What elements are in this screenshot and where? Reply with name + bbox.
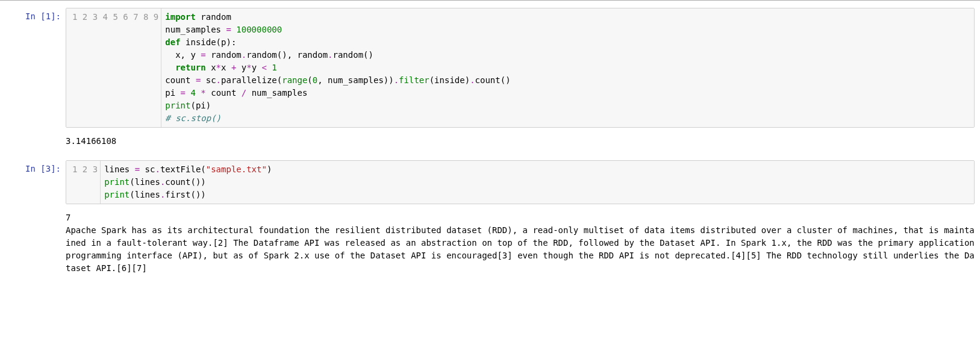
code-token: . — [394, 75, 399, 85]
code-input-area[interactable]: 1 2 3 4 5 6 7 8 9import random num_sampl… — [66, 8, 975, 128]
code-token — [165, 63, 175, 72]
code-token: random — [196, 12, 231, 22]
code-token: * — [246, 63, 251, 72]
code-token: count — [165, 75, 196, 85]
code-token: / — [242, 88, 246, 98]
code-token: lines — [104, 164, 135, 174]
code-cell: In [3]:1 2 3lines = sc.textFile("sample.… — [2, 157, 978, 207]
code-token: textFile( — [160, 164, 206, 174]
code-token: y — [252, 63, 262, 72]
line-number-gutter: 1 2 3 4 5 6 7 8 9 — [66, 8, 161, 127]
code-cell: In [1]:1 2 3 4 5 6 7 8 9import random nu… — [2, 5, 978, 131]
code-editor[interactable]: lines = sc.textFile("sample.txt") print(… — [101, 161, 974, 204]
code-token: def — [165, 37, 180, 47]
code-token: x — [221, 63, 231, 72]
output-text: 7 Apache Spark has as its architectural … — [66, 210, 975, 276]
output-text: 3.14166108 — [66, 134, 975, 149]
code-token: * — [216, 63, 221, 72]
code-token: sc — [201, 75, 216, 85]
code-token: . — [155, 164, 160, 174]
code-token: . — [242, 50, 246, 60]
code-token: x, y — [165, 50, 201, 60]
code-token: first()) — [165, 190, 205, 199]
code-token: < — [261, 63, 266, 72]
output-cell: 7 Apache Spark has as its architectural … — [2, 209, 978, 277]
line-number-gutter: 1 2 3 — [66, 161, 101, 204]
code-token: y — [236, 63, 246, 72]
code-token: = — [226, 25, 231, 34]
code-token: random(), random — [246, 50, 328, 60]
code-token: . — [216, 75, 221, 85]
code-token: num_samples — [165, 25, 226, 34]
code-token: print — [104, 177, 130, 187]
code-token: (lines — [130, 177, 160, 187]
notebook-container: In [1]:1 2 3 4 5 6 7 8 9import random nu… — [2, 5, 978, 277]
code-token: . — [470, 75, 475, 85]
code-token: range — [282, 75, 307, 85]
code-token: x — [206, 63, 216, 72]
code-token: , num_samples)) — [317, 75, 393, 85]
code-token: random() — [333, 50, 373, 60]
code-token: count() — [475, 75, 511, 85]
code-token: print — [104, 190, 130, 199]
code-token: 4 — [190, 88, 195, 98]
code-token: print — [165, 101, 190, 110]
code-token: import — [165, 12, 196, 22]
code-token: sc — [140, 164, 155, 174]
code-token: parallelize( — [221, 75, 282, 85]
code-token: = — [135, 164, 140, 174]
code-token: # sc.stop() — [165, 113, 221, 123]
output-prompt-spacer — [2, 210, 66, 276]
code-token: filter — [399, 75, 429, 85]
code-token: 1 — [272, 63, 276, 72]
code-token: . — [328, 50, 332, 60]
code-token: 0 — [313, 75, 317, 85]
code-token: count — [206, 88, 242, 98]
code-token: = — [181, 88, 186, 98]
code-token: return — [175, 63, 206, 72]
input-prompt: In [3]: — [2, 160, 66, 204]
code-token: pi — [165, 88, 180, 98]
code-token: (inside) — [429, 75, 470, 85]
code-token: 100000000 — [236, 25, 282, 34]
code-token: * — [201, 88, 205, 98]
code-editor[interactable]: import random num_samples = 100000000 de… — [161, 8, 974, 127]
code-token: count()) — [165, 177, 205, 187]
code-token: ) — [267, 164, 272, 174]
code-token: random — [206, 50, 242, 60]
output-cell: 3.14166108 — [2, 133, 978, 150]
input-prompt: In [1]: — [2, 8, 66, 128]
code-input-area[interactable]: 1 2 3lines = sc.textFile("sample.txt") p… — [66, 160, 975, 204]
code-token: = — [201, 50, 205, 60]
code-token: inside(p): — [181, 37, 237, 47]
code-token: "sample.txt" — [206, 164, 267, 174]
code-token: (pi) — [190, 101, 211, 110]
code-token: (lines — [130, 190, 160, 199]
code-token: ( — [307, 75, 312, 85]
code-token: num_samples — [246, 88, 307, 98]
output-prompt-spacer — [2, 134, 66, 149]
